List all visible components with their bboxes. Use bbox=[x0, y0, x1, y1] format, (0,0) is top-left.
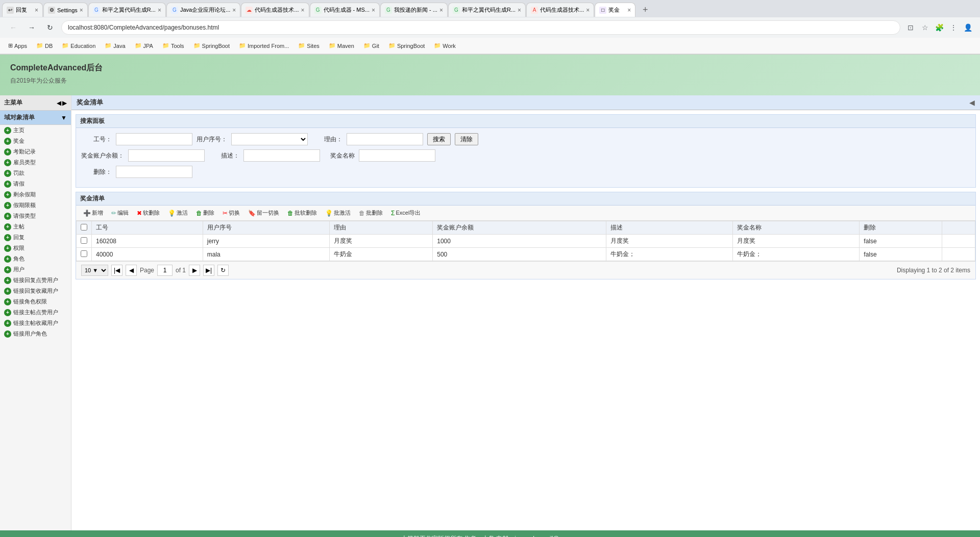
extension-icon[interactable]: 🧩 bbox=[933, 21, 945, 34]
next-page-button[interactable]: ▶ bbox=[189, 265, 200, 276]
sidebar-item-role[interactable]: + 角色 bbox=[0, 253, 71, 264]
bookmark-java[interactable]: 📁 Java bbox=[101, 41, 129, 50]
sidebar-item-fine[interactable]: + 罚款 bbox=[0, 168, 71, 178]
switch-icon: ✂ bbox=[223, 210, 228, 217]
tab-2-close[interactable]: × bbox=[80, 7, 83, 14]
activate-button[interactable]: 💡 激活 bbox=[165, 208, 191, 218]
tab-5-close[interactable]: × bbox=[301, 7, 305, 14]
tab-9-close[interactable]: × bbox=[586, 7, 590, 14]
main-menu-header[interactable]: 主菜单 ◀ ▶ bbox=[0, 95, 71, 111]
delete-button[interactable]: 🗑 删除 bbox=[193, 208, 217, 218]
prev-page-button[interactable]: ◀ bbox=[126, 265, 137, 276]
sidebar-item-link-role-perm[interactable]: + 链接角色权限 bbox=[0, 296, 71, 307]
sidebar-item-link-user-role[interactable]: + 链接用户角色 bbox=[0, 328, 71, 339]
description-input[interactable] bbox=[243, 149, 320, 162]
tab-4[interactable]: G Java企业应用论坛... × bbox=[166, 3, 240, 17]
tab-4-close[interactable]: × bbox=[232, 7, 236, 14]
row1-checkbox-cell bbox=[77, 235, 92, 248]
refresh-button[interactable]: ↻ bbox=[43, 20, 57, 35]
sidebar-item-attendance[interactable]: + 考勤记录 bbox=[0, 146, 71, 157]
bookmark-sites[interactable]: 📁 Sites bbox=[294, 41, 323, 50]
new-tab-button[interactable]: + bbox=[638, 3, 652, 17]
tab-9[interactable]: A 代码生成器技术... × bbox=[526, 3, 594, 17]
search-button[interactable]: 搜索 bbox=[427, 133, 451, 145]
tab-10-close[interactable]: × bbox=[627, 7, 631, 14]
tab-1-close[interactable]: × bbox=[35, 7, 38, 14]
forward-button[interactable]: → bbox=[24, 20, 39, 35]
tab-3[interactable]: G 和平之翼代码生成R... × bbox=[88, 3, 166, 17]
sidebar-item-link-post-fav[interactable]: + 链接主帖收藏用户 bbox=[0, 318, 71, 328]
tab-6[interactable]: G 代码生成器 - MS... × bbox=[310, 3, 380, 17]
edit-button[interactable]: ✏ 编辑 bbox=[108, 208, 132, 218]
clear-button[interactable]: 清除 bbox=[455, 133, 478, 145]
bookmark-db[interactable]: 📁 DB bbox=[32, 41, 57, 50]
row1-checkbox[interactable] bbox=[81, 237, 87, 244]
domain-section-header[interactable]: 域对象清单 ▼ bbox=[0, 111, 71, 125]
add-button[interactable]: ➕ 新增 bbox=[80, 208, 106, 218]
sidebar-item-home[interactable]: + 主页 bbox=[0, 125, 71, 136]
bookmark-maven[interactable]: 📁 Maven bbox=[325, 41, 358, 50]
sidebar-item-link-reply-like[interactable]: + 链接回复点赞用户 bbox=[0, 275, 71, 286]
work-number-input[interactable] bbox=[116, 133, 192, 145]
bookmark-springboot[interactable]: 📁 SpringBoot bbox=[189, 41, 234, 50]
bookmark-git[interactable]: 📁 Git bbox=[359, 41, 383, 50]
bookmark-tools[interactable]: 📁 Tools bbox=[158, 41, 188, 50]
more-icon[interactable]: ⋮ bbox=[947, 21, 960, 34]
tab-2[interactable]: ⚙ Settings × bbox=[43, 3, 88, 17]
tab-8-close[interactable]: × bbox=[518, 7, 521, 14]
sidebar-item-link-reply-fav[interactable]: + 链接回复收藏用户 bbox=[0, 286, 71, 296]
first-page-button[interactable]: |◀ bbox=[111, 265, 122, 276]
sidebar-item-reply[interactable]: + 回复 bbox=[0, 232, 71, 243]
screen-mirror-icon[interactable]: ⊡ bbox=[904, 21, 917, 34]
delete-input[interactable] bbox=[116, 166, 192, 178]
bookmark-imported[interactable]: 📁 Imported From... bbox=[235, 41, 293, 50]
last-page-button[interactable]: ▶| bbox=[203, 265, 214, 276]
tab-1[interactable]: ↩ 回复 × bbox=[2, 3, 43, 17]
sidebar-item-permission[interactable]: + 权限 bbox=[0, 243, 71, 253]
tab-8[interactable]: G 和平之翼代码生成R... × bbox=[448, 3, 526, 17]
batch-activate-button[interactable]: 💡 批激活 bbox=[322, 208, 354, 218]
header-row: 工号 用户序号 理由 奖金账户余额 描述 奖金名称 删除 bbox=[77, 221, 975, 235]
tab-6-close[interactable]: × bbox=[372, 7, 375, 14]
tab-7[interactable]: G 我投递的新闻 - ... × bbox=[380, 3, 448, 17]
bookmark-jpa[interactable]: 📁 JPA bbox=[131, 41, 157, 50]
sidebar-item-link-post-like[interactable]: + 链接主帖点赞用户 bbox=[0, 307, 71, 318]
bookmark-work[interactable]: 📁 Work bbox=[430, 41, 459, 50]
sidebar-item-bonus[interactable]: + 奖金 bbox=[0, 136, 71, 146]
bookmark-springboot2[interactable]: 📁 SpringBoot bbox=[384, 41, 429, 50]
bonus-name-input[interactable] bbox=[359, 149, 435, 162]
row2-checkbox[interactable] bbox=[81, 250, 87, 257]
reason-input[interactable] bbox=[347, 133, 423, 145]
page-number-input[interactable] bbox=[157, 265, 173, 276]
sidebar-item-leave-limit[interactable]: + 假期限额 bbox=[0, 200, 71, 211]
sidebar-item-post[interactable]: + 主帖 bbox=[0, 221, 71, 232]
tab-10[interactable]: □ 奖金 × bbox=[595, 3, 635, 17]
tab-7-title: 我投递的新闻 - ... bbox=[394, 6, 437, 14]
back-button[interactable]: ← bbox=[6, 20, 20, 35]
account-balance-input[interactable] bbox=[128, 149, 205, 162]
user-seq-select[interactable] bbox=[231, 133, 308, 145]
excel-export-button[interactable]: Σ Excel导出 bbox=[388, 208, 424, 218]
tab-5[interactable]: ☁ 代码生成器技术... × bbox=[241, 3, 309, 17]
keep-one-switch-button[interactable]: 🔖 留一切换 bbox=[245, 208, 282, 218]
batch-delete-button[interactable]: 🗑 批删除 bbox=[356, 208, 386, 218]
refresh-page-button[interactable]: ↻ bbox=[217, 265, 229, 276]
sidebar-item-user[interactable]: + 用户 bbox=[0, 264, 71, 275]
batch-soft-delete-button[interactable]: 🗑 批软删除 bbox=[284, 208, 320, 218]
page-size-select[interactable]: 10 ▼ 20 50 bbox=[81, 265, 108, 276]
sidebar-item-employee-type[interactable]: + 雇员类型 bbox=[0, 157, 71, 168]
address-input[interactable] bbox=[61, 20, 900, 35]
tab-3-close[interactable]: × bbox=[158, 7, 161, 14]
account-icon[interactable]: 👤 bbox=[962, 21, 974, 34]
select-all-checkbox[interactable] bbox=[81, 224, 87, 231]
bookmark-apps[interactable]: ⊞ Apps bbox=[4, 41, 31, 50]
bonuses-collapse-button[interactable]: ◀ bbox=[969, 98, 975, 107]
sidebar-item-leave-type[interactable]: + 请假类型 bbox=[0, 211, 71, 221]
tab-7-close[interactable]: × bbox=[439, 7, 443, 14]
sidebar-item-remaining-leave[interactable]: + 剩余假期 bbox=[0, 189, 71, 200]
star-icon[interactable]: ☆ bbox=[919, 21, 931, 34]
soft-delete-button[interactable]: ✖ 软删除 bbox=[134, 208, 163, 218]
sidebar-item-leave[interactable]: + 请假 bbox=[0, 178, 71, 189]
switch-button[interactable]: ✂ 切换 bbox=[219, 208, 243, 218]
bookmark-education[interactable]: 📁 Education bbox=[58, 41, 100, 50]
